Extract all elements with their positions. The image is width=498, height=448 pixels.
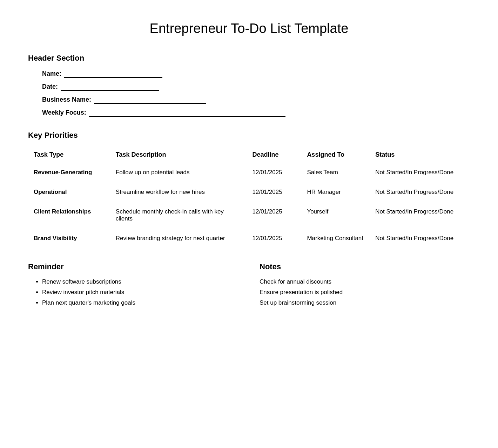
weekly-focus-line (89, 109, 285, 117)
date-line (61, 83, 159, 91)
bottom-section: Reminder Renew software subscriptionsRev… (28, 262, 470, 310)
notes-list: Check for annual discountsEnsure present… (260, 278, 470, 306)
name-label: Name: (42, 70, 61, 77)
cell-status: Not Started/In Progress/Done (370, 202, 470, 229)
cell-deadline: 12/01/2025 (247, 229, 302, 248)
date-label: Date: (42, 83, 58, 90)
table-row: Brand VisibilityReview branding strategy… (28, 229, 470, 248)
cell-task-desc: Follow up on potential leads (110, 163, 247, 182)
cell-assigned: HR Manager (301, 182, 370, 202)
cell-task-type: Revenue-Generating (28, 163, 110, 182)
col-task-description: Task Description (110, 147, 247, 163)
header-field-weekly-focus: Weekly Focus: (42, 109, 470, 117)
cell-assigned: Marketing Consultant (301, 229, 370, 248)
business-line (94, 96, 206, 104)
key-priorities-section: Key Priorities Task Type Task Descriptio… (28, 131, 470, 248)
notes-item: Ensure presentation is polished (260, 289, 470, 296)
cell-deadline: 12/01/2025 (247, 202, 302, 229)
business-label: Business Name: (42, 96, 91, 103)
table-row: Revenue-GeneratingFollow up on potential… (28, 163, 470, 182)
cell-assigned: Yourself (301, 202, 370, 229)
cell-task-type: Brand Visibility (28, 229, 110, 248)
table-row: OperationalStreamline workflow for new h… (28, 182, 470, 202)
reminder-item: Renew software subscriptions (42, 278, 238, 285)
col-task-type: Task Type (28, 147, 110, 163)
priorities-table: Task Type Task Description Deadline Assi… (28, 147, 470, 248)
key-priorities-heading: Key Priorities (28, 131, 470, 140)
col-deadline: Deadline (247, 147, 302, 163)
col-status: Status (370, 147, 470, 163)
notes-section: Notes Check for annual discountsEnsure p… (260, 262, 470, 310)
header-section: Header Section Name: Date: Business Name… (28, 54, 470, 117)
cell-task-desc: Schedule monthly check-in calls with key… (110, 202, 247, 229)
cell-task-type: Client Relationships (28, 202, 110, 229)
header-section-heading: Header Section (28, 54, 470, 63)
notes-heading: Notes (260, 262, 470, 271)
header-field-name: Name: (42, 70, 470, 78)
header-field-business: Business Name: (42, 96, 470, 104)
cell-task-desc: Review branding strategy for next quarte… (110, 229, 247, 248)
name-line (64, 70, 162, 78)
cell-status: Not Started/In Progress/Done (370, 182, 470, 202)
reminder-heading: Reminder (28, 262, 238, 271)
cell-status: Not Started/In Progress/Done (370, 163, 470, 182)
notes-item: Check for annual discounts (260, 278, 470, 285)
cell-status: Not Started/In Progress/Done (370, 229, 470, 248)
reminder-item: Review investor pitch materials (42, 289, 238, 296)
table-row: Client RelationshipsSchedule monthly che… (28, 202, 470, 229)
weekly-focus-label: Weekly Focus: (42, 109, 86, 116)
cell-task-type: Operational (28, 182, 110, 202)
reminder-section: Reminder Renew software subscriptionsRev… (28, 262, 238, 310)
header-field-date: Date: (42, 83, 470, 91)
cell-task-desc: Streamline workflow for new hires (110, 182, 247, 202)
cell-deadline: 12/01/2025 (247, 182, 302, 202)
cell-deadline: 12/01/2025 (247, 163, 302, 182)
reminder-item: Plan next quarter's marketing goals (42, 299, 238, 306)
notes-item: Set up brainstorming session (260, 299, 470, 306)
page-title: Entrepreneur To-Do List Template (28, 21, 470, 36)
header-fields-list: Name: Date: Business Name: Weekly Focus: (28, 70, 470, 117)
col-assigned-to: Assigned To (301, 147, 370, 163)
cell-assigned: Sales Team (301, 163, 370, 182)
reminder-list: Renew software subscriptionsReview inves… (28, 278, 238, 306)
